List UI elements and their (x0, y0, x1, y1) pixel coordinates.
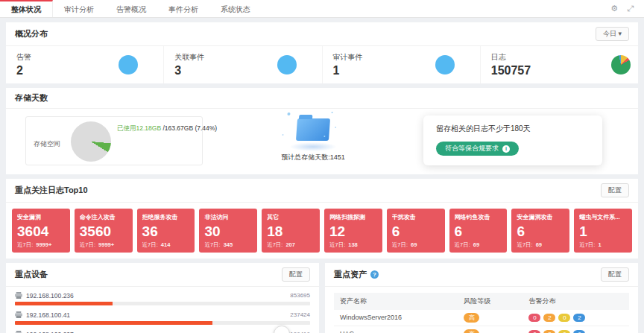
asset-name: WindowsServer2016 (334, 310, 458, 326)
stat-label: 关联事件 (174, 52, 204, 63)
assets-column-header: 告警分布 (523, 293, 629, 310)
caret-down-icon: ▾ (618, 30, 622, 37)
log-card[interactable]: 非法访问 30 近7日:345 (199, 209, 257, 253)
log-card-value: 30 (204, 224, 252, 239)
stat-circle-icon (277, 55, 297, 74)
storage-header: 存储天数 (6, 88, 638, 109)
device-value: 853695 (290, 292, 310, 299)
log-card[interactable]: 其它 18 近7日:207 (262, 209, 320, 253)
period-dropdown[interactable]: 今日 ▾ (596, 27, 629, 41)
asset-row[interactable]: WindowsServer2016 高 0202 (334, 310, 629, 326)
log-card-value: 36 (142, 224, 190, 239)
log-card[interactable]: 拒绝服务攻击 36 近7日:414 (137, 209, 195, 253)
tab-item-2[interactable]: 告警概况 (105, 0, 157, 17)
risk-level-badge: 高 (464, 329, 479, 333)
stat-card: 审计事件 1 (323, 46, 481, 83)
log-card-recent: 近7日:9999+ (80, 241, 127, 249)
tab-item-0[interactable]: 整体状况 (0, 0, 53, 17)
log-card-value: 6 (392, 224, 440, 239)
window-icons: ⚙ ⤢ (610, 0, 644, 17)
assets-table: 资产名称风险等级告警分布 WindowsServer2016 高 0202 UA… (334, 293, 629, 333)
log-card-recent: 近7日:69 (392, 241, 440, 249)
alert-count-badge: 2 (573, 314, 585, 322)
log-card-name: 蠕虫与文件系... (579, 213, 627, 221)
device-bar-fill (15, 302, 113, 305)
settings-gear-icon[interactable]: ⚙ (610, 4, 618, 13)
alert-count-badge: 2 (543, 314, 555, 322)
alert-count-badge: 2 (543, 330, 555, 333)
compliance-notice-text: 留存相关的日志不少于180天 (436, 124, 590, 134)
info-icon: i (502, 145, 510, 153)
top-logs-section: 重点关注日志Top10 配置 安全漏洞 3604 近7日:9999+ 命令注入攻… (6, 179, 638, 259)
log-card[interactable]: 网络扫描探测 12 近7日:138 (324, 209, 382, 253)
log-card-name: 非法访问 (204, 213, 252, 221)
device-printer-icon (15, 292, 22, 299)
log-card-recent: 近7日:138 (329, 241, 377, 249)
top-logs-title: 重点关注日志Top10 (15, 185, 88, 196)
devices-title: 重点设备 (15, 269, 48, 280)
alert-count-badge: 0 (573, 330, 585, 333)
fullscreen-expand-icon[interactable]: ⤢ (627, 4, 634, 13)
storage-days-zone: 预计总存储天数:1451 (203, 118, 423, 162)
log-card[interactable]: 干扰攻击 6 近7日:69 (387, 209, 445, 253)
tab-item-4[interactable]: 系统状态 (209, 0, 262, 17)
log-card-recent: 近7日:207 (267, 241, 315, 249)
device-printer-icon (15, 311, 22, 318)
assets-column-header: 资产名称 (334, 293, 458, 310)
alert-count-badge: 0 (558, 314, 570, 322)
log-card[interactable]: 蠕虫与文件系... 1 近7日:1 (574, 209, 632, 253)
tab-list: 整体状况审计分析告警概况事件分析系统状态 (0, 0, 262, 17)
help-icon[interactable]: ? (370, 270, 379, 279)
device-ip-wrap: 192.168.100.236 (15, 292, 74, 299)
assets-config-button[interactable]: 配置 (601, 267, 629, 282)
log-card[interactable]: 安全漏洞攻击 6 近7日:69 (511, 209, 569, 253)
log-card-recent: 近7日:345 (204, 241, 252, 249)
stat-text: 审计事件 1 (333, 52, 363, 77)
log-card-recent: 近7日:9999+ (17, 241, 65, 249)
log-card-name: 命令注入攻击 (80, 213, 127, 221)
storage-section: 存储天数 存储空间 已使用12.18GB /163.67GB (7.44%) 预… (6, 88, 638, 174)
compliance-badge-button[interactable]: 符合等保合规要求 i (436, 142, 519, 156)
assets-table-body: WindowsServer2016 高 0202 UAC 高 0200 cent… (334, 310, 629, 333)
top-logs-header: 重点关注日志Top10 配置 (6, 179, 638, 203)
device-row-top: 192.168.100.41 237424 (15, 311, 310, 319)
assets-column-header: 风险等级 (458, 293, 523, 310)
tab-item-1[interactable]: 审计分析 (53, 0, 105, 17)
stat-label: 审计事件 (333, 52, 363, 63)
log-card-name: 网络钓鱼攻击 (455, 213, 502, 221)
log-card[interactable]: 安全漏洞 3604 近7日:9999+ (12, 209, 70, 253)
assets-table-header-row: 资产名称风险等级告警分布 (334, 293, 629, 310)
log-card-value: 6 (455, 224, 502, 239)
asset-row[interactable]: UAC 高 0200 (334, 326, 629, 333)
device-row[interactable]: 192.168.100.236 853695 (15, 292, 310, 305)
log-card[interactable]: 网络钓鱼攻击 6 近7日:69 (449, 209, 508, 253)
log-card-recent: 近7日:69 (517, 241, 564, 249)
overview-stats: 告警 2 关联事件 3 审计事件 1 日志 150757 (6, 46, 638, 83)
log-card-recent: 近7日:414 (142, 241, 190, 249)
log-card-name: 网络扫描探测 (329, 213, 377, 221)
log-card-value: 1 (579, 224, 627, 239)
device-bar-track (15, 302, 310, 305)
device-ip: 192.168.100.41 (26, 311, 70, 319)
log-card-value: 18 (267, 224, 315, 239)
tab-item-3[interactable]: 事件分析 (157, 0, 209, 17)
risk-level-badge: 高 (464, 313, 479, 323)
devices-header: 重点设备 配置 (6, 263, 319, 287)
storage-space-label: 存储空间 (34, 139, 60, 149)
log-card[interactable]: 命令注入攻击 3560 近7日:9999+ (75, 209, 133, 253)
compliance-badge-label: 符合等保合规要求 (445, 144, 499, 153)
asset-name: UAC (334, 326, 458, 333)
log-cards-row: 安全漏洞 3604 近7日:9999+ 命令注入攻击 3560 近7日:9999… (6, 203, 638, 259)
devices-config-button[interactable]: 配置 (282, 267, 310, 282)
stat-label: 告警 (16, 52, 31, 63)
stat-value: 1 (333, 64, 363, 77)
device-row[interactable]: 192.168.100.41 237424 (15, 311, 310, 325)
top-logs-config-button[interactable]: 配置 (601, 183, 629, 197)
stat-text: 日志 150757 (491, 52, 531, 77)
storage-days-text: 预计总存储天数:1451 (281, 153, 345, 162)
storage-title: 存储天数 (15, 92, 48, 104)
stat-value: 2 (16, 64, 31, 77)
stat-text: 告警 2 (16, 52, 31, 77)
log-card-value: 3604 (17, 224, 65, 239)
log-card-name: 干扰攻击 (392, 213, 440, 221)
